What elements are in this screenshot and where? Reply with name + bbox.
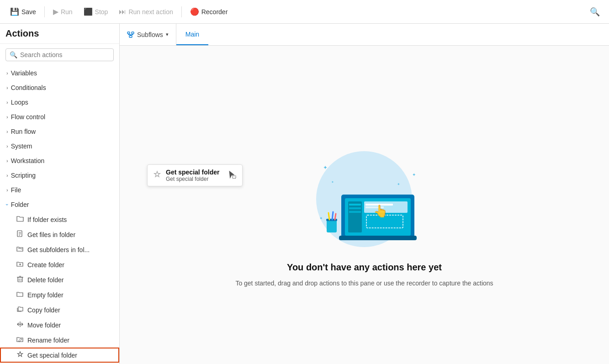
create-folder-icon — [16, 260, 25, 269]
sidebar-item-label: System — [11, 142, 32, 150]
save-button[interactable]: 💾 Save — [5, 5, 41, 19]
sidebar-item-variables[interactable]: › Variables — [0, 66, 119, 80]
svg-line-17 — [335, 214, 336, 220]
subitem-label: Move folder — [27, 322, 61, 329]
svg-line-15 — [328, 213, 329, 220]
sidebar-subitem-delete-folder[interactable]: Delete folder — [0, 272, 119, 287]
sidebar-item-system[interactable]: › System — [0, 139, 119, 153]
recorder-icon: 🔴 — [190, 7, 199, 16]
folder-icon — [16, 215, 25, 224]
chevron-right-icon: › — [6, 143, 8, 149]
chevron-down-icon: › — [5, 204, 10, 206]
stop-icon: ⬛ — [84, 7, 93, 16]
tab-main[interactable]: Main — [176, 24, 208, 45]
subfolder-icon — [16, 245, 25, 254]
run-next-icon: ⏭ — [119, 8, 126, 16]
svg-text:👆: 👆 — [373, 204, 388, 218]
sidebar-subitem-create-folder[interactable]: Create folder — [0, 257, 119, 272]
svg-text:✦: ✦ — [319, 216, 323, 221]
tab-subflows-label: Subflows — [137, 31, 163, 38]
subitem-label: Get files in folder — [27, 231, 75, 238]
svg-rect-3 — [132, 32, 134, 34]
chevron-right-icon: › — [6, 187, 8, 193]
sidebar-list: › Variables › Conditionals › Loops › Flo… — [0, 66, 119, 364]
run-button[interactable]: ▶ Run — [48, 5, 77, 19]
svg-text:✦: ✦ — [412, 172, 416, 177]
chevron-right-icon: › — [6, 100, 8, 105]
chevron-right-icon: › — [6, 114, 8, 120]
sidebar-subitem-get-subfolders[interactable]: Get subfolders in fol... — [0, 242, 119, 257]
sidebar-item-scripting[interactable]: › Scripting — [0, 168, 119, 183]
drag-item[interactable]: Get special folder Get special folder — [147, 164, 243, 186]
move-folder-icon — [16, 321, 25, 329]
copy-folder-icon — [16, 306, 25, 314]
svg-rect-22 — [349, 204, 361, 206]
sidebar-subitem-empty-folder[interactable]: Empty folder — [0, 287, 119, 302]
sidebar: Actions 🔍 › Variables › Conditionals › L… — [0, 24, 120, 364]
drag-cursor-icon — [227, 170, 237, 181]
drag-star-icon — [153, 170, 161, 180]
tab-subflows[interactable]: Subflows ▾ — [120, 24, 176, 45]
sidebar-subitem-if-folder-exists[interactable]: If folder exists — [0, 212, 119, 227]
file-icon — [16, 230, 25, 239]
recorder-button[interactable]: 🔴 Recorder — [185, 5, 233, 19]
search-input[interactable] — [20, 51, 110, 58]
sidebar-item-label: Run flow — [11, 128, 36, 135]
sidebar-subitem-get-files[interactable]: Get files in folder — [0, 227, 119, 242]
sidebar-item-label: File — [11, 186, 21, 194]
rename-folder-icon — [16, 336, 25, 344]
svg-rect-23 — [349, 207, 361, 209]
separator-1 — [44, 6, 45, 17]
svg-text:✦: ✦ — [397, 182, 400, 186]
subitem-label: Create folder — [27, 261, 64, 269]
chevron-right-icon: › — [6, 85, 8, 90]
empty-state-illustration: ✦ ✦ ✦ ✦ ✦ ✦ — [296, 149, 433, 249]
empty-state-heading: You don't have any actions here yet — [287, 262, 442, 273]
sidebar-item-label: Loops — [11, 99, 28, 106]
save-icon: 💾 — [10, 7, 19, 16]
sidebar-item-label: Flow control — [11, 113, 45, 121]
sidebar-item-conditionals[interactable]: › Conditionals — [0, 80, 119, 95]
sidebar-subitem-copy-folder[interactable]: Copy folder — [0, 302, 119, 317]
sidebar-item-label: Folder — [11, 201, 29, 208]
svg-rect-1 — [18, 277, 22, 282]
sidebar-item-workstation[interactable]: › Workstation — [0, 153, 119, 168]
sidebar-subitem-move-folder[interactable]: Move folder — [0, 317, 119, 332]
chevron-right-icon: › — [6, 158, 8, 164]
svg-rect-4 — [129, 36, 132, 37]
svg-rect-19 — [339, 236, 417, 240]
subitem-label: If folder exists — [27, 216, 67, 223]
sidebar-item-loops[interactable]: › Loops — [0, 95, 119, 110]
subitem-label: Delete folder — [27, 276, 64, 284]
subitem-label: Empty folder — [27, 291, 64, 299]
toolbar: 💾 Save ▶ Run ⬛ Stop ⏭ Run next action 🔴 … — [0, 0, 609, 24]
sidebar-title: Actions — [0, 24, 119, 44]
star-icon — [16, 351, 25, 359]
sidebar-item-label: Scripting — [11, 172, 36, 179]
run-icon: ▶ — [53, 7, 58, 16]
sidebar-item-file[interactable]: › File — [0, 183, 119, 197]
svg-rect-24 — [349, 211, 361, 213]
canvas: Get special folder Get special folder — [120, 46, 609, 364]
sidebar-subitem-get-special-folder[interactable]: Get special folder — [0, 348, 119, 363]
svg-line-16 — [332, 212, 333, 220]
sidebar-item-label: Workstation — [11, 157, 45, 164]
sidebar-item-run-flow[interactable]: › Run flow — [0, 124, 119, 139]
sidebar-item-flow-control[interactable]: › Flow control — [0, 110, 119, 124]
sidebar-item-folder[interactable]: › Folder — [0, 197, 119, 212]
drag-item-primary: Get special folder — [166, 169, 219, 176]
svg-rect-21 — [348, 201, 362, 232]
sidebar-subitem-rename-folder[interactable]: Rename folder — [0, 332, 119, 348]
subflows-icon — [127, 31, 134, 38]
empty-state: ✦ ✦ ✦ ✦ ✦ ✦ — [217, 73, 511, 364]
sidebar-item-label: Conditionals — [11, 84, 46, 91]
stop-button[interactable]: ⬛ Stop — [79, 5, 113, 19]
run-next-button[interactable]: ⏭ Run next action — [114, 5, 177, 19]
search-toolbar-button[interactable]: 🔍 — [586, 3, 604, 21]
chevron-right-icon: › — [6, 70, 8, 76]
drag-item-secondary: Get special folder — [166, 176, 219, 182]
svg-rect-5 — [233, 175, 236, 178]
search-box-icon: 🔍 — [10, 51, 17, 58]
chevron-right-icon: › — [6, 173, 8, 178]
chevron-right-icon: › — [6, 129, 8, 134]
